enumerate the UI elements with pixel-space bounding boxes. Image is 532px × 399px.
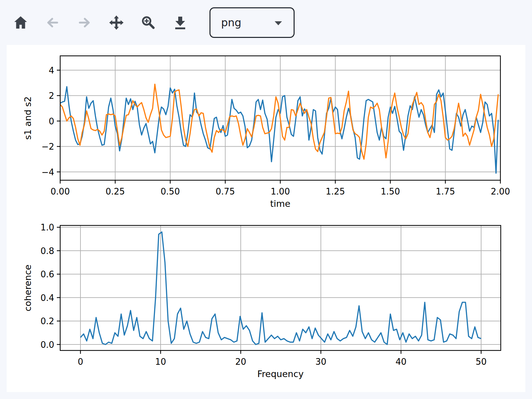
forward-arrow-icon xyxy=(77,15,92,30)
forward-button[interactable] xyxy=(77,15,92,30)
y-tick-label: 0.4 xyxy=(41,293,54,303)
y-tick-label: −2 xyxy=(42,142,54,152)
y-tick-label: 2 xyxy=(49,91,54,101)
y-tick-label: 1.0 xyxy=(41,222,54,232)
pan-button[interactable] xyxy=(109,15,124,30)
zoom-magnifier-icon xyxy=(141,15,156,30)
x-tick-label: 30 xyxy=(315,357,326,367)
y-tick-label: 4 xyxy=(49,66,54,75)
home-icon xyxy=(13,15,28,30)
format-select[interactable]: png xyxy=(209,7,295,38)
y-tick-label: 0.0 xyxy=(41,340,54,350)
x-tick-label: 1.25 xyxy=(326,187,345,197)
y-tick-label: 0 xyxy=(49,116,54,126)
x-tick-label: 0 xyxy=(78,357,83,367)
figure-svg: 0.000.250.500.751.001.251.501.752.00−4−2… xyxy=(7,45,525,392)
figure-canvas[interactable]: 0.000.250.500.751.001.251.501.752.00−4−2… xyxy=(7,45,525,392)
axes-spines xyxy=(60,225,501,350)
y-tick-label: 0.6 xyxy=(41,269,54,279)
download-icon xyxy=(173,15,188,30)
x-tick-label: 0.00 xyxy=(51,187,70,197)
y-axis-label: s1 and s2 xyxy=(23,96,33,140)
x-tick-label: 1.75 xyxy=(436,187,455,197)
y-axis-label: coherence xyxy=(23,265,33,312)
chevron-down-icon xyxy=(274,21,282,27)
s1-line xyxy=(60,87,498,173)
pan-arrows-icon xyxy=(109,15,124,30)
x-tick-label: 1.50 xyxy=(381,187,400,197)
download-button[interactable] xyxy=(173,15,188,30)
x-tick-label: 1.00 xyxy=(271,187,290,197)
y-tick-label: 0.8 xyxy=(41,246,54,256)
coherence-plot: 010203040500.00.20.40.60.81.0Frequencyco… xyxy=(23,222,501,379)
signals-plot: 0.000.250.500.751.001.251.501.752.00−4−2… xyxy=(23,56,510,209)
y-tick-label: −4 xyxy=(42,167,54,177)
x-tick-label: 0.75 xyxy=(216,187,235,197)
x-axis-label: Frequency xyxy=(257,369,304,379)
x-tick-label: 50 xyxy=(475,357,486,367)
x-tick-label: 10 xyxy=(155,357,166,367)
back-arrow-icon xyxy=(45,15,60,30)
format-select-value: png xyxy=(221,17,241,28)
matplotlib-toolbar: png xyxy=(13,7,295,39)
home-button[interactable] xyxy=(13,15,28,30)
zoom-button[interactable] xyxy=(141,15,156,30)
x-axis-label: time xyxy=(270,199,290,209)
x-tick-label: 20 xyxy=(235,357,246,367)
back-button[interactable] xyxy=(45,15,60,30)
x-tick-label: 0.50 xyxy=(161,187,180,197)
x-tick-label: 2.00 xyxy=(491,187,510,197)
x-tick-label: 0.25 xyxy=(106,187,125,197)
x-tick-label: 40 xyxy=(395,357,406,367)
coherence-line xyxy=(80,232,481,344)
y-tick-label: 0.2 xyxy=(41,316,54,326)
